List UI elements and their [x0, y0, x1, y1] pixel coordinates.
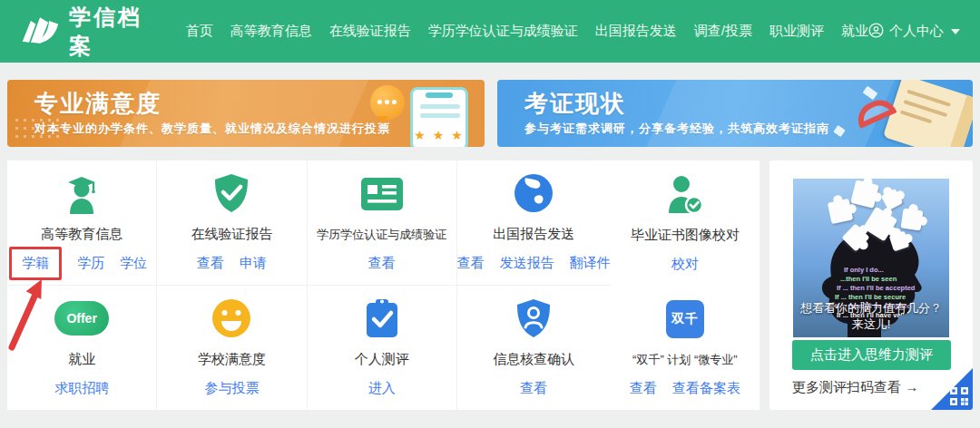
service-links: 查看 — [368, 255, 396, 272]
nav-item-abroad-report[interactable]: 出国报告发送 — [595, 23, 677, 40]
service-links: 查看 — [520, 380, 547, 397]
link-enter-test[interactable]: 进入 — [368, 380, 396, 397]
banner-subtitle: 参与考证需求调研，分享备考经验，共筑高效考证指南 — [524, 121, 829, 137]
service-links: 进入 — [368, 380, 396, 397]
offer-icon-label: Offer — [66, 311, 96, 326]
clipboard-icon: ★ ★ ★ — [410, 87, 468, 147]
svg-text:If only I do...: If only I do... — [844, 266, 884, 274]
service-card-abroad-report: 出国报告发送 查看 发送报告 翻译件 — [457, 160, 611, 286]
enter-thinking-test-button[interactable]: 点击进入思维力测评 — [792, 340, 951, 370]
link-education-record[interactable]: 学历 — [77, 255, 104, 272]
service-links: 参与投票 — [204, 380, 259, 397]
service-links: 求职招聘 — [54, 380, 109, 397]
service-card-personal-test: 个人测评 进入 — [308, 286, 457, 411]
more-tests-qr-link[interactable]: 更多测评扫码查看 → — [792, 379, 918, 396]
person-check-icon — [663, 173, 707, 215]
top-navigation-bar: 学信档案 首页 高等教育信息 在线验证报告 学历学位认证与成绩验证 出国报告发送… — [0, 0, 980, 63]
logo-book-icon — [20, 15, 60, 49]
nav-item-home[interactable]: 首页 — [186, 23, 213, 40]
service-card-diploma-photo-check: 毕业证书图像校对 校对 — [611, 160, 760, 286]
service-card-degree-certification: 学历学位认证与成绩验证 查看 — [308, 160, 457, 286]
service-card-school-satisfaction: 学校满意度 参与投票 — [157, 286, 307, 411]
service-title: 信息核查确认 — [493, 351, 574, 368]
service-card-employment: Offer 就业 求职招聘 — [7, 286, 157, 411]
service-title: 就业 — [68, 351, 95, 368]
service-card-online-verification: 在线验证报告 查看 申请 — [157, 160, 307, 286]
service-title: 毕业证书图像校对 — [631, 227, 740, 244]
link-view-abroad[interactable]: 查看 — [457, 255, 485, 272]
shield-check-icon — [211, 172, 251, 214]
smiley-icon — [211, 297, 252, 339]
service-title: 高等教育信息 — [41, 226, 122, 243]
service-card-shuangqian-plan: 双千 “双千” 计划 “微专业” 查看 查看备案表 — [611, 286, 760, 411]
link-apply-report[interactable]: 申请 — [240, 255, 267, 272]
service-title: 出国报告发送 — [493, 226, 574, 243]
link-view-certification[interactable]: 查看 — [368, 255, 396, 272]
link-view-record-form[interactable]: 查看备案表 — [672, 380, 740, 397]
service-title: 学历学位认证与成绩验证 — [317, 227, 446, 243]
link-vote[interactable]: 参与投票 — [204, 380, 259, 397]
certificate-icon — [360, 173, 404, 215]
service-links: 学籍 学历 学位 — [16, 255, 147, 272]
link-view-confirm[interactable]: 查看 — [520, 380, 547, 397]
banner-title: 考证现状 — [524, 88, 626, 120]
red-annotation-box: 学籍 — [9, 247, 62, 280]
service-card-higher-education: 高等教育信息 学籍 学历 学位 — [7, 160, 157, 286]
svg-text:If ... then I'll be accepted: If ... then I'll be accepted — [837, 284, 916, 292]
banner-title: 专业满意度 — [34, 88, 162, 120]
service-title: “双千” 计划 “微专业” — [632, 352, 738, 368]
scroll-icon — [883, 80, 973, 147]
certificate-scroll-illustration — [831, 80, 967, 147]
link-view-report[interactable]: 查看 — [197, 255, 224, 272]
user-center-label: 个人中心 — [889, 23, 944, 40]
user-circle-icon — [868, 23, 884, 41]
brain-test-image[interactable]: If only I do... ...then I'll be seen If … — [793, 179, 949, 337]
site-logo[interactable]: 学信档案 — [20, 3, 146, 61]
offer-icon: Offer — [54, 297, 109, 339]
nav-item-career-test[interactable]: 职业测评 — [769, 23, 824, 40]
link-student-status[interactable]: 学籍 — [22, 255, 49, 272]
link-degree-record[interactable]: 学位 — [120, 255, 147, 272]
link-send-report[interactable]: 发送报告 — [500, 255, 554, 272]
main-nav: 首页 高等教育信息 在线验证报告 学历学位认证与成绩验证 出国报告发送 调查/投… — [186, 23, 868, 40]
puzzle-piece-icon — [828, 199, 853, 224]
shield-person-icon — [514, 297, 554, 339]
service-links: 查看 查看备案表 — [630, 380, 740, 397]
shuangqian-icon: 双千 — [666, 298, 704, 340]
banner-certification-survey[interactable]: 考证现状 参与考证需求调研，分享备考经验，共筑高效考证指南 — [497, 80, 973, 147]
assessment-sidebar-card: If only I do... ...then I'll be seen If … — [769, 160, 973, 410]
shuangqian-icon-label: 双千 — [671, 311, 699, 327]
link-translation[interactable]: 翻译件 — [570, 255, 611, 272]
user-center-menu[interactable]: 个人中心 — [868, 23, 960, 41]
globe-icon — [513, 172, 554, 214]
qr-corner-button[interactable] — [931, 368, 973, 410]
link-job-recruitment[interactable]: 求职招聘 — [54, 380, 109, 397]
service-card-info-confirm: 信息核查确认 查看 — [457, 286, 611, 411]
nav-item-online-verification[interactable]: 在线验证报告 — [329, 23, 411, 40]
services-grid: 高等教育信息 学籍 学历 学位 在线验证报告 查看 申请 — [7, 160, 760, 410]
service-title: 学校满意度 — [198, 351, 266, 368]
nav-item-degree-certification[interactable]: 学历学位认证与成绩验证 — [428, 23, 578, 40]
link-photo-check[interactable]: 校对 — [671, 256, 699, 273]
logo-text: 学信档案 — [69, 3, 146, 61]
service-links: 查看 发送报告 翻译件 — [457, 255, 611, 272]
service-title: 个人测评 — [355, 351, 409, 368]
banner-major-satisfaction[interactable]: 专业满意度 对本专业的办学条件、教学质量、就业情况及综合情况进行投票 ★ ★ ★ — [7, 80, 485, 147]
nav-item-higher-education[interactable]: 高等教育信息 — [230, 23, 312, 40]
brain-image-caption: 想看看你的脑力值有几分？来这儿! — [793, 300, 949, 333]
banner-subtitle: 对本专业的办学条件、教学质量、就业情况及综合情况进行投票 — [34, 121, 390, 137]
chevron-down-icon — [951, 29, 960, 34]
link-view-plan[interactable]: 查看 — [630, 380, 657, 397]
nav-item-employment[interactable]: 就业 — [841, 23, 868, 40]
chat-bubble-icon — [370, 85, 405, 120]
svg-text:...then I'll be seen: ...then I'll be seen — [840, 275, 897, 283]
graduate-icon — [61, 172, 103, 214]
three-stars-icon: ★ ★ ★ — [413, 128, 466, 142]
service-title: 在线验证报告 — [191, 226, 272, 243]
puzzle-piece-icon — [901, 209, 924, 231]
service-links: 校对 — [671, 256, 699, 273]
nav-item-survey-vote[interactable]: 调查/投票 — [694, 23, 752, 40]
clipboard-check-icon — [362, 297, 402, 339]
protractor-icon — [852, 94, 897, 129]
service-links: 查看 申请 — [197, 255, 267, 272]
